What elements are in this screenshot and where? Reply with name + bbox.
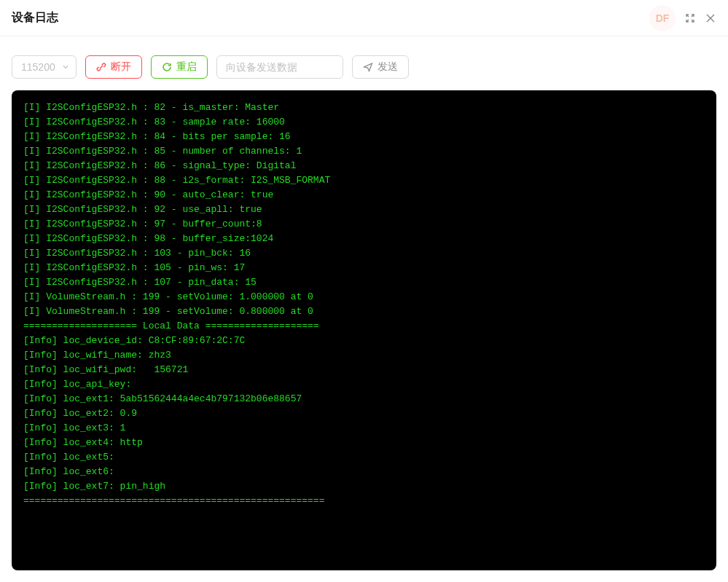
log-line: [Info] loc_ext7: pin_high (23, 479, 705, 494)
log-line: [I] VolumeStream.h : 199 - setVolume: 0.… (23, 304, 705, 319)
log-line: [Info] loc_wifi_name: zhz3 (23, 348, 705, 363)
modal-header: 设备日志 DF (0, 0, 728, 36)
console-wrap: [I] I2SConfigESP32.h : 82 - is_master: M… (0, 90, 728, 582)
send-icon (363, 62, 373, 72)
log-line: ==================== Local Data ========… (23, 319, 705, 334)
log-line: [I] I2SConfigESP32.h : 85 - number of ch… (23, 144, 705, 159)
log-console[interactable]: [I] I2SConfigESP32.h : 82 - is_master: M… (12, 90, 716, 570)
restart-icon (162, 62, 172, 72)
toolbar: 115200 断开 重启 (0, 36, 728, 90)
log-line: [I] I2SConfigESP32.h : 97 - buffer_count… (23, 217, 705, 232)
log-line: [Info] loc_ext4: http (23, 436, 705, 450)
log-line: [I] I2SConfigESP32.h : 82 - is_master: M… (23, 101, 705, 115)
log-line: [I] VolumeStream.h : 199 - setVolume: 1.… (23, 290, 705, 304)
log-line: [Info] loc_device_id: C8:CF:89:67:2C:7C (23, 334, 705, 348)
log-line: [Info] loc_ext5: (23, 450, 705, 465)
modal-title: 设备日志 (12, 10, 58, 25)
log-line: [I] I2SConfigESP32.h : 90 - auto_clear: … (23, 188, 705, 202)
close-icon[interactable] (705, 12, 716, 24)
log-line: [Info] loc_ext2: 0.9 (23, 406, 705, 421)
fullscreen-icon[interactable] (684, 12, 696, 24)
log-line: [I] I2SConfigESP32.h : 105 - pin_ws: 17 (23, 261, 705, 275)
log-line: [I] I2SConfigESP32.h : 88 - i2s_format: … (23, 173, 705, 188)
log-line: [I] I2SConfigESP32.h : 83 - sample rate:… (23, 115, 705, 130)
header-right: DF (649, 5, 716, 31)
log-line: [I] I2SConfigESP32.h : 86 - signal_type:… (23, 159, 705, 173)
log-line: [I] I2SConfigESP32.h : 103 - pin_bck: 16 (23, 246, 705, 261)
log-line: [Info] loc_api_key: (23, 377, 705, 392)
log-line: [Info] loc_ext6: (23, 465, 705, 479)
baud-rate-value: 115200 (21, 61, 55, 73)
send-input[interactable] (216, 55, 343, 79)
log-line: [Info] loc_wifi_pwd: 156721 (23, 363, 705, 377)
disconnect-button[interactable]: 断开 (85, 55, 142, 79)
log-line: [I] I2SConfigESP32.h : 107 - pin_data: 1… (23, 275, 705, 290)
device-log-modal: 设备日志 DF 115200 (0, 0, 728, 582)
send-label: 发送 (377, 60, 398, 74)
restart-button[interactable]: 重启 (151, 55, 208, 79)
brand-badge: DF (649, 5, 676, 31)
baud-rate-select[interactable]: 115200 (12, 55, 77, 79)
log-line: [I] I2SConfigESP32.h : 92 - use_apll: tr… (23, 202, 705, 217)
log-line: [Info] loc_ext3: 1 (23, 421, 705, 436)
restart-label: 重启 (176, 60, 197, 74)
log-line: [I] I2SConfigESP32.h : 98 - buffer_size:… (23, 232, 705, 246)
chevron-down-icon (61, 63, 70, 71)
disconnect-icon (96, 62, 106, 72)
log-line: [Info] loc_ext1: 5ab51562444a4ec4b797132… (23, 392, 705, 406)
log-line: ========================================… (23, 494, 705, 508)
disconnect-label: 断开 (111, 60, 131, 74)
send-button[interactable]: 发送 (352, 55, 409, 79)
log-line: [I] I2SConfigESP32.h : 84 - bits per sam… (23, 130, 705, 144)
